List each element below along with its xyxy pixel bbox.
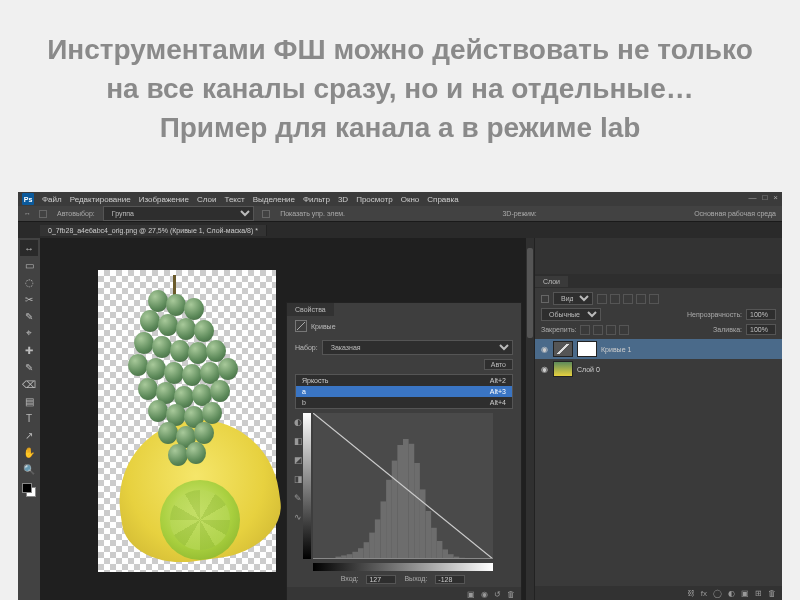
grape xyxy=(146,358,166,380)
reset-icon[interactable]: ↺ xyxy=(494,590,501,599)
heal-tool[interactable]: ⌖ xyxy=(20,325,38,341)
close-icon[interactable]: × xyxy=(773,193,778,202)
canvas-area[interactable]: Свойства Кривые Набор: Заказная Авто Ярк… xyxy=(40,238,534,600)
layer-thumb[interactable] xyxy=(553,361,573,377)
baseline xyxy=(313,558,493,559)
gradient-tool[interactable]: ▤ xyxy=(20,393,38,409)
layer-name[interactable]: Слой 0 xyxy=(577,366,600,373)
grape xyxy=(184,298,204,320)
trash-icon[interactable]: 🗑 xyxy=(507,590,515,599)
grape xyxy=(158,422,178,444)
zoom-tool[interactable]: 🔍 xyxy=(20,461,38,477)
grape xyxy=(152,336,172,358)
menu-view[interactable]: Просмотр xyxy=(356,195,393,204)
hand-tool[interactable]: ✋ xyxy=(20,444,38,460)
layers-tab[interactable]: Слои xyxy=(535,276,568,287)
type-tool[interactable]: T xyxy=(20,410,38,426)
visibility-icon[interactable]: ◉ xyxy=(481,590,488,599)
menu-layer[interactable]: Слои xyxy=(197,195,216,204)
preset-select[interactable]: Заказная xyxy=(322,340,513,355)
grape xyxy=(202,402,222,424)
eyedropper-tool[interactable]: ✎ xyxy=(20,308,38,324)
filter-kind-icon[interactable] xyxy=(541,295,549,303)
minimize-icon[interactable]: — xyxy=(748,193,756,202)
clip-icon[interactable]: ▣ xyxy=(467,590,475,599)
ps-logo-icon: Ps xyxy=(22,193,34,205)
color-swatches[interactable] xyxy=(21,482,37,498)
grape xyxy=(182,364,202,386)
transform-controls-checkbox[interactable] xyxy=(262,210,270,218)
grape xyxy=(170,340,190,362)
channel-dropdown[interactable]: ЯркостьAlt+2 aAlt+3 bAlt+4 xyxy=(295,374,513,409)
menu-edit[interactable]: Редактирование xyxy=(70,195,131,204)
menu-file[interactable]: Файл xyxy=(42,195,62,204)
collapsed-panel-group[interactable] xyxy=(535,238,782,274)
crop-tool[interactable]: ✂ xyxy=(20,291,38,307)
grape xyxy=(140,310,160,332)
brush-tool[interactable]: ✚ xyxy=(20,342,38,358)
photoshop-window: Ps Файл Редактирование Изображение Слои … xyxy=(18,192,782,600)
grape xyxy=(176,318,196,340)
menu-filter[interactable]: Фильтр xyxy=(303,195,330,204)
input-gradient xyxy=(313,563,493,571)
new-layer-icon[interactable]: ⊞ xyxy=(755,589,762,598)
mask-icon[interactable]: ◯ xyxy=(713,589,722,598)
right-dock: Слои Вид Обычные Непрозрачность: Закрепи… xyxy=(534,238,782,600)
link-icon[interactable]: ⛓ xyxy=(687,589,695,598)
auto-button[interactable]: Авто xyxy=(484,359,513,370)
document-canvas[interactable] xyxy=(98,270,276,572)
lock-icons[interactable] xyxy=(580,325,629,335)
slide-title: Инструментами ФШ можно действовать не то… xyxy=(0,0,800,148)
eraser-tool[interactable]: ⌫ xyxy=(20,376,38,392)
visibility-toggle[interactable]: ◉ xyxy=(539,344,549,354)
grape-stem xyxy=(173,275,176,295)
group-icon[interactable]: ▣ xyxy=(741,589,749,598)
auto-select-checkbox[interactable] xyxy=(39,210,47,218)
menu-text[interactable]: Текст xyxy=(224,195,244,204)
canvas-scrollbar[interactable] xyxy=(526,238,534,600)
curves-graph[interactable] xyxy=(313,413,493,559)
properties-tab[interactable]: Свойства xyxy=(287,303,334,316)
opacity-label: Непрозрачность: xyxy=(687,311,742,318)
filter-select[interactable]: Вид xyxy=(553,292,593,305)
grape xyxy=(218,358,238,380)
menu-3d[interactable]: 3D xyxy=(338,195,348,204)
channel-option-a[interactable]: aAlt+3 xyxy=(296,386,512,397)
options-bar: ↔ Автовыбор: Группа Показать упр. элем. … xyxy=(18,206,782,222)
marquee-tool[interactable]: ▭ xyxy=(20,257,38,273)
auto-select-dropdown[interactable]: Группа xyxy=(103,206,254,221)
layer-row-base[interactable]: ◉ Слой 0 xyxy=(535,359,782,379)
menu-window[interactable]: Окно xyxy=(401,195,420,204)
channel-option-b[interactable]: bAlt+4 xyxy=(296,397,512,408)
blend-mode-select[interactable]: Обычные xyxy=(541,308,601,321)
document-tab[interactable]: 0_7fb28_a4e6abc4_orig.png @ 27,5% (Кривы… xyxy=(40,225,267,236)
delete-icon[interactable]: 🗑 xyxy=(768,589,776,598)
output-label: Выход: xyxy=(404,575,427,584)
menu-help[interactable]: Справка xyxy=(427,195,458,204)
lime-shape xyxy=(160,480,240,560)
lasso-tool[interactable]: ◌ xyxy=(20,274,38,290)
menu-image[interactable]: Изображение xyxy=(139,195,189,204)
fill-field[interactable] xyxy=(746,324,776,335)
input-value-field[interactable] xyxy=(366,575,396,584)
layer-row-curves[interactable]: ◉ Кривые 1 xyxy=(535,339,782,359)
channel-option-lightness[interactable]: ЯркостьAlt+2 xyxy=(296,375,512,386)
visibility-toggle[interactable]: ◉ xyxy=(539,364,549,374)
output-value-field[interactable] xyxy=(435,575,465,584)
maximize-icon[interactable]: □ xyxy=(762,193,767,202)
opacity-field[interactable] xyxy=(746,309,776,320)
grape xyxy=(166,294,186,316)
mode-3d-label: 3D-режим: xyxy=(502,210,536,217)
curves-layer-thumb[interactable] xyxy=(553,341,573,357)
fx-icon[interactable]: fx xyxy=(701,589,707,598)
layer-mask-thumb[interactable] xyxy=(577,341,597,357)
workspace-label[interactable]: Основная рабочая среда xyxy=(694,210,776,217)
move-tool[interactable]: ↔ xyxy=(20,240,38,256)
input-label: Вход: xyxy=(341,575,359,584)
path-tool[interactable]: ↗ xyxy=(20,427,38,443)
layer-name[interactable]: Кривые 1 xyxy=(601,346,631,353)
adjustment-icon[interactable]: ◐ xyxy=(728,589,735,598)
stamp-tool[interactable]: ✎ xyxy=(20,359,38,375)
menu-select[interactable]: Выделение xyxy=(253,195,295,204)
filter-type-icons[interactable] xyxy=(597,294,659,304)
